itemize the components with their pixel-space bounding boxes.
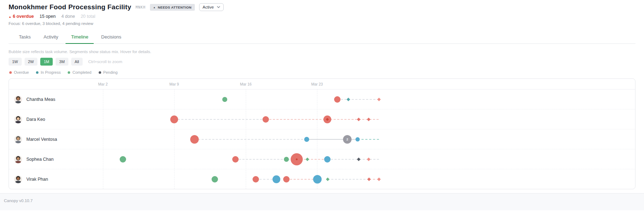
warning-triangle-icon: ▲ <box>153 6 156 9</box>
stat-open: 15 open <box>40 14 56 19</box>
task-bubble-overdue[interactable] <box>263 116 269 123</box>
avatar-face <box>17 97 20 100</box>
status-select[interactable]: Active <box>199 3 224 11</box>
avatar-face <box>17 157 20 160</box>
milestone-diamond-completed[interactable] <box>306 158 309 161</box>
legend-dot-icon <box>68 71 70 74</box>
tab-decisions[interactable]: Decisions <box>96 31 126 44</box>
warning-triangle-icon: ▲ <box>9 15 11 19</box>
avatar-face <box>17 137 20 140</box>
axis-tick-label: Mar 16 <box>240 82 252 86</box>
avatar-shirt <box>15 161 21 163</box>
avatar-face <box>17 117 20 120</box>
stat-overdue: ▲6 overdue <box>9 14 34 19</box>
milestone-diamond-overdue[interactable] <box>367 177 371 181</box>
timeline-row-dara-keo: Dara Keo <box>9 109 635 129</box>
zoom-hint: Ctrl+scroll to zoom <box>88 60 123 64</box>
task-bubble-completed[interactable] <box>222 97 227 102</box>
task-bubble-overdue[interactable] <box>334 96 341 103</box>
attention-badge: ▲ NEEDS ATTENTION <box>150 4 195 11</box>
bubble-count: 2 <box>346 138 348 141</box>
focus-summary: Focus: 6 overdue, 3 blocked, 4 pending r… <box>9 21 635 26</box>
avatar-shirt <box>15 101 21 103</box>
timeline-connector <box>266 119 379 120</box>
milestone-diamond-overdue[interactable] <box>367 118 370 121</box>
timeline-row-sophea-chan: Sophea Chan <box>9 149 635 169</box>
legend-dot-icon <box>99 71 101 74</box>
task-bubble-in_progress[interactable] <box>313 175 322 184</box>
main-content: Monokhmer Food Processing Facility MNKH … <box>0 0 644 189</box>
row-label: Marcel Ventosa <box>14 135 57 143</box>
milestone-diamond-teal[interactable] <box>347 98 350 101</box>
task-bubble-in_progress[interactable] <box>304 137 309 142</box>
tab-tasks[interactable]: Tasks <box>14 31 36 44</box>
task-bubble-overdue[interactable] <box>253 176 259 182</box>
task-bubble-completed[interactable] <box>120 156 126 163</box>
task-bubble-in_progress[interactable] <box>324 156 331 163</box>
timeline-card: Mar 2Mar 9Mar 16Mar 23 Chantha MeasDara … <box>9 78 635 189</box>
row-label: Virak Phan <box>14 175 48 183</box>
timeline-connector <box>358 139 379 140</box>
avatar <box>14 155 22 163</box>
milestone-diamond-overdue[interactable] <box>357 118 360 121</box>
chart-legend: OverdueIn ProgressCompletedPending <box>9 70 635 74</box>
task-bubble-overdue[interactable] <box>170 115 178 123</box>
footer: Canopy v0.10.7 <box>0 193 644 210</box>
task-bubble-in_progress[interactable] <box>272 175 280 183</box>
attention-badge-label: NEEDS ATTENTION <box>158 5 192 9</box>
page-title: Monokhmer Food Processing Facility <box>9 3 131 11</box>
task-bubble-completed[interactable] <box>284 157 289 162</box>
range-button-3m[interactable]: 3M <box>56 58 68 66</box>
timeline-connector <box>328 179 369 180</box>
range-button-1m[interactable]: 1M <box>40 58 53 66</box>
avatar <box>14 115 22 123</box>
chart-hint: Bubble size reflects task volume. Segmen… <box>9 50 635 54</box>
task-bubble-overdue[interactable] <box>232 156 239 163</box>
milestone-diamond-pending_dark[interactable] <box>357 158 360 161</box>
range-button-2w[interactable]: 2W <box>25 58 38 66</box>
row-label: Chantha Meas <box>14 96 55 103</box>
avatar-shirt <box>15 121 21 123</box>
axis-tick-label: Mar 23 <box>311 82 323 86</box>
task-bubble-overdue[interactable] <box>190 135 199 144</box>
timeline-chart: Chantha MeasDara KeoMarcel Ventosa2Sophe… <box>9 89 635 189</box>
legend-item-completed: Completed <box>68 70 91 74</box>
footer-version: Canopy v0.10.7 <box>4 199 33 203</box>
timeline-connector <box>337 99 379 100</box>
assignee-name: Marcel Ventosa <box>26 137 57 142</box>
avatar <box>14 175 22 183</box>
task-bubble-completed[interactable] <box>212 176 218 182</box>
task-bubble-pending[interactable]: 2 <box>343 135 352 144</box>
range-button-1w[interactable]: 1W <box>9 58 22 66</box>
stat-total: 20 total <box>80 14 95 19</box>
avatar <box>14 96 22 103</box>
project-header: Monokhmer Food Processing Facility MNKH … <box>9 0 635 11</box>
task-bubble-in_progress[interactable] <box>355 137 360 141</box>
legend-dot-icon <box>9 71 12 74</box>
legend-label: Completed <box>72 70 91 74</box>
assignee-name: Dara Keo <box>26 117 45 122</box>
timeline-connector <box>174 119 266 120</box>
milestone-diamond-overdue_light[interactable] <box>377 177 381 181</box>
milestone-diamond-overdue_light[interactable] <box>377 98 381 101</box>
legend-label: In Progress <box>41 70 61 74</box>
milestone-diamond-overdue_light[interactable] <box>367 158 370 161</box>
chevron-down-icon <box>217 6 220 8</box>
timeline-row-virak-phan: Virak Phan <box>9 169 635 189</box>
task-bubble-overdue[interactable] <box>283 176 290 182</box>
range-button-all[interactable]: All <box>71 58 83 66</box>
range-selector: Ctrl+scroll to zoom 1W2W1M3MAll <box>9 58 635 66</box>
status-select-value: Active <box>203 5 214 9</box>
axis-tick-label: Mar 2 <box>98 82 108 86</box>
avatar-shirt <box>15 181 21 183</box>
milestone-diamond-completed[interactable] <box>326 177 329 181</box>
timeline-row-chantha-meas: Chantha Meas <box>9 89 635 109</box>
tab-activity[interactable]: Activity <box>38 31 63 44</box>
project-code: MNKH <box>136 5 146 9</box>
tab-timeline[interactable]: Timeline <box>66 31 94 44</box>
legend-dot-icon <box>36 71 38 74</box>
avatar-face <box>17 177 20 180</box>
assignee-name: Virak Phan <box>26 177 48 182</box>
legend-item-pending: Pending <box>99 70 118 74</box>
timeline-connector <box>194 139 307 140</box>
